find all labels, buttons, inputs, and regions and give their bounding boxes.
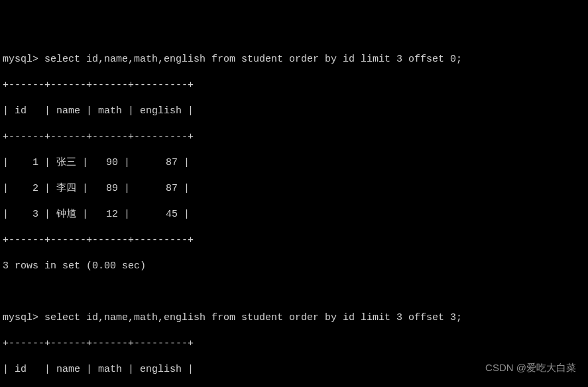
mysql-prompt[interactable]: mysql>	[3, 312, 44, 323]
table-row: | 1 | 张三 | 90 | 87 |	[3, 156, 585, 170]
table-header: | id | name | math | english |	[3, 105, 585, 118]
table-row: | 3 | 钟馗 | 12 | 45 |	[3, 208, 585, 221]
query-line: mysql> select id,name,math,english from …	[3, 53, 585, 66]
table-row: | 2 | 李四 | 89 | 87 |	[3, 182, 585, 195]
watermark-text: CSDN @爱吃大白菜	[485, 361, 576, 374]
mysql-prompt[interactable]: mysql>	[3, 54, 44, 65]
blank-line	[3, 286, 585, 299]
table-border: +------+------+------+---------+	[3, 79, 585, 92]
table-border: +------+------+------+---------+	[3, 131, 585, 144]
table-border: +------+------+------+---------+	[3, 234, 585, 247]
sql-text: select id,name,math,english from student…	[44, 312, 462, 323]
query-line: mysql> select id,name,math,english from …	[3, 311, 585, 325]
sql-text: select id,name,math,english from student…	[44, 54, 462, 65]
table-border: +------+------+------+---------+	[3, 337, 585, 351]
status-line: 3 rows in set (0.00 sec)	[3, 260, 585, 273]
